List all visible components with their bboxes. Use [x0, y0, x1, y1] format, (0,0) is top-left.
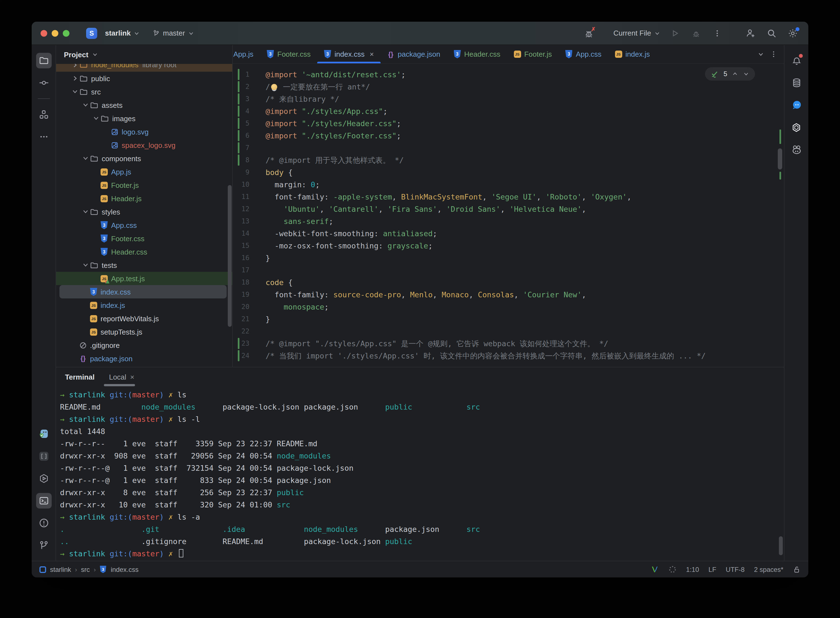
indent-setting[interactable]: 2 spaces*	[754, 566, 783, 573]
more-tool-windows-button[interactable]	[36, 129, 51, 144]
terminal-tool-button[interactable]	[36, 493, 51, 508]
problems-tool-button[interactable]	[36, 515, 51, 531]
line-ending[interactable]: LF	[709, 566, 716, 573]
project-tool-button[interactable]	[36, 53, 51, 68]
debugger-muted-icon[interactable]: ✗	[582, 27, 595, 40]
unlocked-icon[interactable]	[793, 566, 801, 573]
chat-plugin-button[interactable]	[789, 97, 804, 113]
chevron-down-icon[interactable]	[82, 101, 89, 109]
more-actions-button[interactable]	[711, 27, 724, 40]
services-tool-button[interactable]	[36, 471, 51, 486]
notifications-button[interactable]	[789, 53, 804, 68]
tree-row-Header.js[interactable]: JSHeader.js	[56, 192, 232, 205]
ai-assistant-robot-button[interactable]	[789, 142, 804, 157]
chevron-down-icon[interactable]	[82, 208, 89, 215]
tree-row-spacex_logo.svg[interactable]: spacex_logo.svg	[56, 138, 232, 152]
tab-package.json[interactable]: {}package.json	[381, 45, 447, 63]
project-widget[interactable]: starlink	[102, 29, 140, 37]
code-with-me-button[interactable]	[744, 27, 757, 40]
tree-row-Footer.css[interactable]: 3Footer.css	[56, 232, 232, 245]
tree-row-index.js[interactable]: JSindex.js	[56, 299, 232, 312]
terminal-tab-close-icon[interactable]: ×	[130, 373, 134, 381]
code-line: 6@import "./styles/Footer.css";	[233, 129, 784, 142]
tree-row-logo.svg[interactable]: logo.svg	[56, 125, 232, 138]
tree-row-node_modules[interactable]: node_moduleslibrary root	[56, 64, 232, 72]
chevron-down-icon[interactable]	[82, 261, 89, 269]
editor-scrollbar-thumb[interactable]	[778, 149, 782, 169]
tree-row-styles[interactable]: styles	[56, 205, 232, 218]
run-button[interactable]	[668, 27, 682, 40]
chevron-right-icon[interactable]	[71, 74, 79, 82]
terminal-scrollbar-thumb[interactable]	[779, 536, 783, 555]
json-icon: {}	[387, 50, 395, 58]
chevron-down-icon[interactable]	[92, 114, 100, 122]
tree-row-tests[interactable]: tests	[56, 258, 232, 272]
version-control-tool-button[interactable]	[36, 538, 51, 553]
prev-problem-chevron-icon[interactable]	[732, 71, 738, 77]
tab-close-icon[interactable]: ×	[370, 50, 374, 58]
editor-scrollbar[interactable]	[777, 83, 783, 367]
tree-row-public[interactable]: public	[56, 72, 232, 85]
caret-position[interactable]: 1:10	[686, 566, 699, 573]
tab-Footer.js[interactable]: JSFooter.js	[507, 45, 559, 63]
openai-plugin-button[interactable]	[789, 119, 804, 135]
line-number: 17	[233, 264, 249, 276]
tree-row-Header.css[interactable]: 3Header.css	[56, 245, 232, 258]
tree-row-App.test.js[interactable]: JSApp.test.js	[56, 272, 232, 285]
zoom-window-button[interactable]	[63, 30, 70, 36]
terminal-tab-local[interactable]: Local ×	[109, 373, 134, 381]
terminal-output[interactable]: → starlink git:(master) ✗ lsREADME.md no…	[56, 386, 784, 560]
terminal-panel[interactable]: Terminal Local × → starlink git:(master)…	[56, 367, 784, 561]
tree-row-assets[interactable]: assets	[56, 98, 232, 112]
minimize-window-button[interactable]	[52, 30, 58, 36]
v-plugin-logo-icon[interactable]	[650, 565, 659, 573]
tree-row-setupTests.js[interactable]: JSsetupTests.js	[56, 325, 232, 339]
tree-row-images[interactable]: images	[56, 112, 232, 125]
tree-row-App.js[interactable]: JSApp.js	[56, 165, 232, 178]
project-panel-header[interactable]: Project	[56, 45, 232, 64]
settings-button[interactable]	[786, 27, 800, 40]
tree-row-package.json[interactable]: {}package.json	[56, 352, 232, 365]
breadcrumb-project[interactable]: starlink	[50, 566, 71, 573]
tab-index.css[interactable]: 3index.css×	[317, 45, 381, 63]
next-problem-chevron-icon[interactable]	[743, 71, 749, 77]
tab-index.js[interactable]: JSindex.js	[608, 45, 656, 63]
tree-row-App.css[interactable]: 3App.css	[56, 218, 232, 232]
brackets-tool-button[interactable]	[36, 449, 51, 464]
tree-row-components[interactable]: components	[56, 152, 232, 165]
tab-Footer.css[interactable]: 3Footer.css	[260, 45, 317, 63]
chevron-right-icon[interactable]	[71, 64, 79, 68]
ai-plugin-mascot-icon[interactable]	[36, 426, 51, 442]
chevron-down-icon[interactable]	[71, 88, 79, 96]
project-tree-scrollbar[interactable]	[228, 185, 232, 327]
tree-row-Footer.js[interactable]: JSFooter.js	[56, 178, 232, 192]
close-window-button[interactable]	[40, 30, 47, 36]
structure-tool-button[interactable]	[36, 107, 51, 122]
tab-Header.css[interactable]: 3Header.css	[447, 45, 507, 63]
tab-list-chevron-icon[interactable]	[757, 51, 764, 58]
commit-tool-button[interactable]	[36, 75, 51, 91]
terminal-line: . .git .idea node_modules package.json s…	[60, 523, 784, 535]
code-line: 12 'Ubuntu', 'Cantarell', 'Fira Sans', '…	[233, 203, 784, 215]
vcs-branch-widget[interactable]: master	[153, 29, 194, 37]
database-tool-button[interactable]	[789, 75, 804, 91]
run-configuration-select[interactable]: Current File	[613, 29, 660, 37]
tree-row-reportWebVitals.js[interactable]: JSreportWebVitals.js	[56, 312, 232, 325]
chevron-down-icon[interactable]	[82, 154, 89, 162]
file-encoding[interactable]: UTF-8	[726, 566, 745, 573]
search-everywhere-button[interactable]	[765, 27, 778, 40]
tab-options-kebab-icon[interactable]	[770, 51, 777, 58]
tree-row-src[interactable]: src	[56, 85, 232, 98]
breadcrumb-folder[interactable]: src	[81, 566, 90, 573]
breadcrumb-file[interactable]: index.css	[111, 566, 139, 573]
tree-row-index.css[interactable]: 3index.css	[56, 285, 232, 299]
tab-App.js[interactable]: JSApp.js	[233, 45, 260, 63]
terminal-line: -rw-r--r-- 1 eve staff 3359 Sep 23 22:37…	[60, 437, 784, 450]
intention-bulb-icon[interactable]	[271, 84, 277, 90]
code-editor[interactable]: 1@import '~antd/dist/reset.css';2/ 一定要放在…	[233, 64, 784, 367]
tab-App.css[interactable]: 3App.css	[559, 45, 608, 63]
tree-row-.gitignore[interactable]: .gitignore	[56, 339, 232, 352]
debug-button[interactable]	[689, 27, 703, 40]
git-branch-icon	[153, 29, 160, 37]
inspections-widget[interactable]: 5	[705, 67, 755, 80]
